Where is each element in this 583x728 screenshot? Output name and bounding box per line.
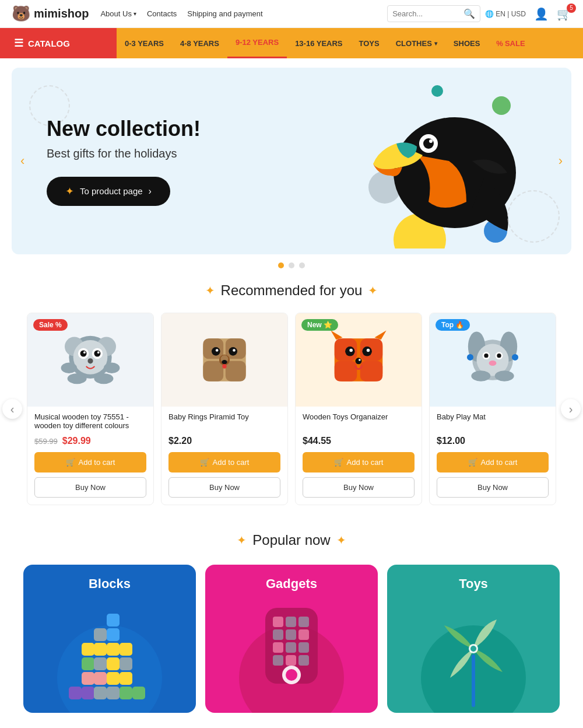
cart-icon-wrapper[interactable]: 🛒 5 bbox=[557, 7, 571, 21]
logo[interactable]: 🐻 mimishop bbox=[12, 5, 89, 23]
sparkle-left-icon: ✦ bbox=[65, 185, 74, 198]
badge-new-3: New ⭐ bbox=[301, 319, 338, 331]
hero-arrow-right[interactable]: › bbox=[559, 153, 563, 169]
chevron-down-icon: ▾ bbox=[434, 40, 437, 47]
hamburger-icon: ☰ bbox=[14, 37, 23, 50]
svg-point-7 bbox=[423, 138, 434, 149]
popular-card-title-toys: Toys bbox=[459, 565, 488, 596]
nav-item-4-8[interactable]: 4-8 YEARS bbox=[172, 28, 227, 58]
product-card-1: Sale % bbox=[27, 313, 154, 505]
svg-rect-78 bbox=[120, 672, 132, 685]
svg-rect-40 bbox=[335, 361, 357, 382]
nav-items: 0-3 YEARS 4-8 YEARS 9-12 YEARS 13-16 YEA… bbox=[117, 28, 533, 58]
svg-rect-28 bbox=[226, 361, 246, 382]
header: 🐻 mimishop About Us ▾ Contacts Shipping … bbox=[0, 0, 583, 28]
svg-rect-64 bbox=[107, 614, 120, 626]
svg-point-61 bbox=[471, 370, 490, 381]
svg-rect-73 bbox=[107, 657, 120, 670]
product-card-2: Baby Rings Piramid Toy $2.20 🛒 Add to ca… bbox=[161, 313, 288, 505]
hero-btn-label: To product page bbox=[80, 186, 143, 196]
buy-now-button-4[interactable]: Buy Now bbox=[437, 477, 549, 498]
buy-now-button-1[interactable]: Buy Now bbox=[34, 477, 146, 498]
buy-now-button-2[interactable]: Buy Now bbox=[168, 477, 280, 498]
svg-rect-84 bbox=[132, 687, 145, 699]
svg-rect-88 bbox=[286, 617, 296, 627]
product-price-3: $44.55 bbox=[303, 436, 415, 446]
svg-rect-83 bbox=[120, 687, 132, 699]
row-arrow-right[interactable]: › bbox=[561, 399, 581, 419]
badge-sale-1: Sale % bbox=[33, 319, 68, 331]
svg-point-19 bbox=[87, 358, 93, 363]
deco-left-2-icon: ✦ bbox=[237, 533, 247, 547]
product-card-3: New ⭐ bbox=[295, 313, 422, 505]
svg-rect-89 bbox=[298, 617, 309, 627]
nav-item-sale[interactable]: % SALE bbox=[488, 28, 533, 58]
svg-point-100 bbox=[286, 669, 297, 681]
svg-point-58 bbox=[484, 354, 488, 358]
search-box[interactable]: 🔍 bbox=[387, 5, 480, 22]
row-arrow-left[interactable]: ‹ bbox=[2, 399, 22, 419]
svg-rect-75 bbox=[82, 672, 94, 685]
svg-point-59 bbox=[497, 354, 501, 358]
product-price-1: $59.99 $29.99 bbox=[34, 436, 146, 446]
popular-card-blocks[interactable]: Blocks bbox=[23, 565, 196, 713]
search-input[interactable] bbox=[392, 9, 463, 18]
chevron-down-icon: ▾ bbox=[134, 10, 136, 17]
nav-about[interactable]: About Us ▾ bbox=[100, 9, 136, 18]
nav-item-13-16[interactable]: 13-16 YEARS bbox=[287, 28, 350, 58]
svg-rect-66 bbox=[107, 628, 120, 641]
svg-point-32 bbox=[233, 349, 236, 352]
nav-item-9-12[interactable]: 9-12 YEARS bbox=[227, 28, 287, 58]
product-name-4: Baby Play Mat bbox=[437, 412, 549, 431]
add-to-cart-button-4[interactable]: 🛒 Add to cart bbox=[437, 452, 549, 473]
arrow-right-icon: › bbox=[149, 186, 152, 197]
product-name-2: Baby Rings Piramid Toy bbox=[168, 412, 280, 431]
deco-right-icon: ✦ bbox=[368, 284, 378, 298]
nav-contacts[interactable]: Contacts bbox=[147, 9, 177, 18]
add-to-cart-button-3[interactable]: 🛒 Add to cart bbox=[303, 452, 415, 473]
svg-rect-65 bbox=[94, 628, 107, 641]
svg-marker-48 bbox=[331, 331, 342, 340]
svg-rect-74 bbox=[120, 657, 132, 670]
nav-shipping[interactable]: Shipping and payment bbox=[187, 9, 262, 18]
catalog-button[interactable]: ☰ CATALOG bbox=[0, 28, 117, 58]
nav-item-0-3[interactable]: 0-3 YEARS bbox=[117, 28, 172, 58]
svg-point-54 bbox=[467, 354, 473, 360]
nav-item-shoes[interactable]: SHOES bbox=[445, 28, 489, 58]
search-icon[interactable]: 🔍 bbox=[463, 8, 475, 19]
svg-point-21 bbox=[104, 363, 120, 373]
price-2: $2.20 bbox=[168, 436, 192, 446]
add-to-cart-button-1[interactable]: 🛒 Add to cart bbox=[34, 452, 146, 473]
svg-rect-91 bbox=[286, 629, 296, 640]
svg-rect-69 bbox=[107, 643, 120, 656]
svg-point-35 bbox=[222, 360, 227, 364]
nav-item-clothes[interactable]: CLOTHES ▾ bbox=[388, 28, 445, 58]
lang-text: EN | USD bbox=[496, 10, 526, 18]
account-icon[interactable]: 👤 bbox=[534, 7, 549, 21]
deco-circle-2 bbox=[507, 190, 560, 243]
product-price-4: $12.00 bbox=[437, 436, 549, 446]
hero-cta-button[interactable]: ✦ To product page › bbox=[47, 177, 170, 206]
buy-now-button-3[interactable]: Buy Now bbox=[303, 477, 415, 498]
svg-point-16 bbox=[94, 351, 100, 357]
hero-section: ‹ New collection! Best gifts for the hol… bbox=[12, 68, 571, 254]
hero-dot-2[interactable] bbox=[289, 262, 294, 268]
catalog-label: CATALOG bbox=[28, 38, 70, 48]
popular-card-toys[interactable]: Toys bbox=[387, 565, 560, 713]
add-to-cart-button-2[interactable]: 🛒 Add to cart bbox=[168, 452, 280, 473]
svg-rect-96 bbox=[273, 655, 283, 666]
lang-selector[interactable]: 🌐 EN | USD bbox=[485, 10, 526, 18]
cart-icon-3: 🛒 bbox=[334, 458, 343, 467]
popular-section: ✦ Popular now ✦ Blocks bbox=[0, 520, 583, 728]
popular-card-gadgets[interactable]: Gadgets bbox=[205, 565, 378, 713]
cart-icon-4: 🛒 bbox=[468, 458, 477, 467]
hero-dot-1[interactable] bbox=[278, 262, 284, 268]
cart-icon-2: 🛒 bbox=[200, 458, 209, 467]
hero-dot-3[interactable] bbox=[299, 262, 305, 268]
hero-arrow-left[interactable]: ‹ bbox=[20, 153, 24, 169]
svg-rect-94 bbox=[286, 642, 296, 653]
cart-badge: 5 bbox=[567, 4, 576, 13]
svg-point-8 bbox=[429, 139, 433, 143]
svg-rect-68 bbox=[94, 643, 107, 656]
nav-item-toys[interactable]: TOYS bbox=[351, 28, 388, 58]
